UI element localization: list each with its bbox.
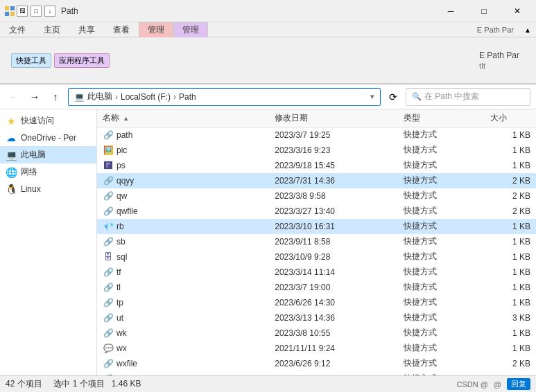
file-name[interactable]: 🔗 wk [97,326,269,341]
file-name[interactable]: 💎 rb [97,219,269,234]
file-modified: 2023/7/31 14:36 [269,173,398,188]
table-row[interactable]: 🔗 tp 2023/6/26 14:30 快捷方式 1 KB [97,295,536,310]
file-size: 2 KB [485,188,536,204]
tab-share[interactable]: 共享 [69,22,104,37]
tab-apptools[interactable]: 管理 [173,22,208,37]
file-modified: 2023/3/7 19:00 [269,280,398,295]
maximize-button[interactable]: □ [468,0,500,22]
file-icon: 💎 [103,221,114,232]
sidebar-item-onedrive[interactable]: ☁ OneDrive - Per [0,130,96,146]
table-row[interactable]: 🔗 tf 2023/3/14 11:14 快捷方式 1 KB [97,265,536,280]
file-name[interactable]: 🅿 ps [97,158,269,173]
table-row[interactable]: 🔗 qqyy 2023/7/31 14:36 快捷方式 2 KB [97,173,536,188]
file-modified: 2023/3/7 19:25 [269,127,398,143]
pc-icon: 💻 [74,92,85,102]
ribbon-tit-label: tIt [479,62,519,70]
sidebar-label-quickaccess: 快速访问 [21,115,54,127]
table-row[interactable]: 🔗 path 2023/3/7 19:25 快捷方式 1 KB [97,127,536,143]
col-header-type[interactable]: 类型 [398,109,484,127]
sidebar-label-network: 网络 [21,166,37,178]
search-placeholder: 在 Path 中搜索 [424,91,479,103]
table-row[interactable]: 🅿 ps 2023/9/18 15:45 快捷方式 1 KB [97,158,536,173]
file-type: 快捷方式 [398,341,484,356]
table-row[interactable]: 🗄 sql 2023/10/9 9:28 快捷方式 1 KB [97,249,536,265]
close-button[interactable]: ✕ [501,0,533,22]
up-button[interactable]: ↑ [47,89,64,105]
col-header-size[interactable]: 大小 [485,109,536,127]
table-row[interactable]: 🔗 tl 2023/3/7 19:00 快捷方式 1 KB [97,280,536,295]
file-name[interactable]: 🔗 qqyy [97,173,269,188]
breadcrumb-localsoft[interactable]: LocalSoft (F:) [121,92,171,102]
file-type: 快捷方式 [398,188,484,204]
ribbon-epath-label: E Path Par [479,51,519,60]
file-modified: 2023/9/11 8:58 [269,234,398,249]
tab-quicktools[interactable]: 管理 [139,22,173,37]
refresh-button[interactable]: ⟳ [385,89,401,105]
file-name[interactable]: 🖼️ pic [97,143,269,158]
file-name[interactable]: 🗄 sql [97,249,269,265]
file-modified: 2023/3/8 9:58 [269,188,398,204]
tab-view[interactable]: 查看 [104,22,139,37]
file-size: 2 KB [485,371,536,376]
file-type: 快捷方式 [398,310,484,326]
table-row[interactable]: 🔗 qwfile 2023/3/27 13:40 快捷方式 2 KB [97,204,536,219]
svg-rect-1 [10,6,15,10]
ribbon-collapse-button[interactable]: ▲ [519,22,536,37]
breadcrumb: 此电脑 › LocalSoft (F:) › Path [87,91,196,103]
file-name[interactable]: 🔗 qw [97,188,269,204]
table-row[interactable]: 🔗 ut 2023/3/13 14:36 快捷方式 3 KB [97,310,536,326]
window-controls: ─ □ ✕ [435,0,533,22]
file-name[interactable]: 🔗 ut [97,310,269,326]
file-name[interactable]: 🔗 path [97,127,269,143]
title-bar: 🖫 □ ↓ Path ─ □ ✕ [0,0,536,22]
ribbon-content: 快捷工具 应用程序工具 E Path Par tIt [0,37,536,84]
file-modified: 2023/6/26 9:12 [269,356,398,371]
table-row[interactable]: 🖼️ pic 2023/3/16 9:23 快捷方式 1 KB [97,143,536,158]
file-type: 快捷方式 [398,326,484,341]
tab-file[interactable]: 文件 [0,22,35,37]
table-row[interactable]: 🔗 qw 2023/3/8 9:58 快捷方式 2 KB [97,188,536,204]
table-row[interactable]: 🔗 wxfile 2023/6/26 9:12 快捷方式 2 KB [97,356,536,371]
breadcrumb-thispc[interactable]: 此电脑 [87,91,112,103]
search-box[interactable]: 🔍 在 Path 中搜索 [406,88,530,106]
file-icon: 🔗 [103,175,114,186]
file-icon: 🔗 [103,206,114,217]
sort-arrow-name: ▲ [123,115,129,122]
sidebar-item-thispc[interactable]: 💻 此电脑 [0,146,96,163]
file-size: 1 KB [485,265,536,280]
sidebar-item-quickaccess[interactable]: ★ 快速访问 [0,112,96,130]
breadcrumb-path[interactable]: Path [179,92,196,102]
sidebar-item-linux[interactable]: 🐧 Linux [0,181,96,197]
main-layout: ★ 快速访问 ☁ OneDrive - Per 💻 此电脑 🌐 网络 🐧 Lin… [0,109,536,375]
back-button[interactable]: ← [6,89,22,105]
file-size: 1 KB [485,341,536,356]
file-name[interactable]: 🔗 sb [97,234,269,249]
file-name[interactable]: 🔗 tp [97,295,269,310]
table-row[interactable]: 💎 rb 2023/3/10 16:31 快捷方式 1 KB [97,219,536,234]
minimize-button[interactable]: ─ [435,0,467,22]
sidebar-item-network[interactable]: 🌐 网络 [0,163,96,181]
table-row[interactable]: 🎵 wyy 2023/10/30 12:03 快捷方式 2 KB [97,371,536,376]
tab-home[interactable]: 主页 [35,22,69,37]
file-list: 名称 ▲ 修改日期 类型 大小 🔗 path 2023/3/7 19:25 快捷… [97,109,536,375]
file-name[interactable]: 🔗 wxfile [97,356,269,371]
file-modified: 2023/3/10 16:31 [269,219,398,234]
file-name[interactable]: 🔗 qwfile [97,204,269,219]
address-input[interactable]: 💻 此电脑 › LocalSoft (F:) › Path ▾ [68,88,381,106]
file-size: 2 KB [485,356,536,371]
table-row[interactable]: 🔗 sb 2023/9/11 8:58 快捷方式 1 KB [97,234,536,249]
file-name[interactable]: 🔗 tf [97,265,269,280]
col-header-name[interactable]: 名称 ▲ [97,109,269,127]
properties-icon: ↓ [44,6,55,17]
table-row[interactable]: 🔗 wk 2023/3/8 10:55 快捷方式 1 KB [97,326,536,341]
forward-button[interactable]: → [26,89,43,105]
file-name[interactable]: 🔗 tl [97,280,269,295]
file-name[interactable]: 🎵 wyy [97,371,269,376]
col-header-modified[interactable]: 修改日期 [269,109,398,127]
file-size: 2 KB [485,173,536,188]
address-dropdown-icon[interactable]: ▾ [370,92,374,101]
svg-rect-2 [5,12,9,16]
file-name[interactable]: 💬 wx [97,341,269,356]
table-row[interactable]: 💬 wx 2021/11/11 9:24 快捷方式 1 KB [97,341,536,356]
network-icon: 🌐 [6,167,17,178]
